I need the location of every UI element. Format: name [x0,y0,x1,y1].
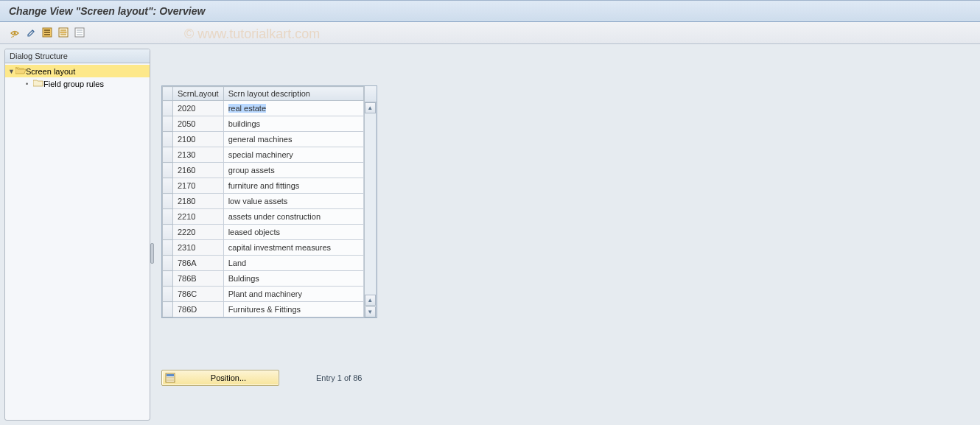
cell-scrnlayout[interactable]: 2050 [173,116,224,132]
cell-scrnlayout[interactable]: 2180 [173,194,224,209]
table-row[interactable]: 2130special machinery [163,147,364,163]
main-area: ScrnLayout Scrn layout description 2020r… [154,44,980,425]
entry-counter: Entry 1 of 86 [316,373,362,382]
table-row[interactable]: 2160group assets [163,163,364,178]
table-row[interactable]: 2180low value assets [163,194,364,209]
content-area: Dialog Structure ▼ Screen layout • [0,44,980,425]
row-selector[interactable] [163,271,173,287]
tree-node-screen-layout[interactable]: ▼ Screen layout [5,65,150,77]
sidebar-header: Dialog Structure [5,49,150,63]
svg-rect-8 [60,34,66,35]
scroll-track[interactable] [365,113,376,295]
svg-point-0 [14,32,16,34]
cell-description[interactable]: buildings [223,116,363,132]
row-selector[interactable] [163,256,173,271]
table-row[interactable]: 2220leased objects [163,225,364,240]
select-all-button[interactable] [40,26,55,41]
row-selector[interactable] [163,132,173,147]
cell-scrnlayout[interactable]: 2220 [173,225,224,240]
table-row[interactable]: 2100general machines [163,132,364,147]
row-selector[interactable] [163,240,173,256]
cell-description[interactable]: Buldings [223,271,363,287]
table-row[interactable]: 2310capital investment measures [163,240,364,256]
cell-description[interactable]: leased objects [223,225,363,240]
title-text: Change View "Screen layout": Overview [9,5,205,17]
scroll-down-button[interactable]: ▼ [365,306,376,317]
scroll-page-up-button[interactable]: ▲ [365,295,376,306]
screen-layout-table: ScrnLayout Scrn layout description 2020r… [161,85,377,318]
cell-scrnlayout[interactable]: 2020 [173,101,224,116]
cell-description[interactable]: general machines [223,132,363,147]
svg-rect-11 [77,32,83,33]
svg-rect-12 [77,34,83,35]
svg-rect-3 [44,32,50,33]
toggle-display-button[interactable] [7,26,22,41]
cell-description[interactable]: Plant and machinery [223,287,363,302]
cell-scrnlayout[interactable]: 2170 [173,178,224,194]
column-header-description[interactable]: Scrn layout description [223,87,363,101]
cell-scrnlayout[interactable]: 2160 [173,163,224,178]
column-header-scrnlayout[interactable]: ScrnLayout [173,87,224,101]
cell-description[interactable]: special machinery [223,147,363,163]
table-footer: Position... Entry 1 of 86 [161,370,976,386]
svg-rect-4 [44,34,50,35]
cell-description[interactable]: assets under construction [223,209,363,225]
dialog-structure-panel: Dialog Structure ▼ Screen layout • [4,49,150,421]
cell-scrnlayout[interactable]: 2310 [173,240,224,256]
table-row[interactable]: 2170furniture and fittings [163,178,364,194]
deselect-all-button[interactable] [72,26,87,41]
edit-button[interactable] [24,26,38,41]
svg-rect-7 [60,32,66,33]
row-selector[interactable] [163,225,173,240]
cell-scrnlayout[interactable]: 786A [173,256,224,271]
row-selector[interactable] [163,116,173,132]
cell-scrnlayout[interactable]: 786C [173,287,224,302]
row-selector[interactable] [163,302,173,317]
cell-description[interactable]: Furnitures & Fittings [223,302,363,317]
row-selector[interactable] [163,147,173,163]
table-row[interactable]: 786DFurnitures & Fittings [163,302,364,317]
cell-description[interactable]: low value assets [223,194,363,209]
row-selector[interactable] [163,101,173,116]
row-selector[interactable] [163,287,173,302]
cell-scrnlayout[interactable]: 2100 [173,132,224,147]
cell-description[interactable]: furniture and fittings [223,178,363,194]
cell-scrnlayout[interactable]: 2130 [173,147,224,163]
folder-open-icon [15,66,26,76]
svg-rect-16 [167,379,174,381]
cell-scrnlayout[interactable]: 786B [173,271,224,287]
cell-scrnlayout[interactable]: 786D [173,302,224,317]
row-selector[interactable] [163,178,173,194]
table-config-button[interactable] [365,86,377,102]
dialog-structure-tree: ▼ Screen layout • Field group rules [5,63,150,91]
svg-rect-2 [44,29,50,31]
table-row[interactable]: 2050buildings [163,116,364,132]
table-row[interactable]: 2210assets under construction [163,209,364,225]
cell-description[interactable]: real estate [223,101,363,116]
select-block-button[interactable] [56,26,71,41]
page-title: Change View "Screen layout": Overview [0,0,980,22]
svg-rect-15 [167,377,174,379]
position-icon [165,373,177,383]
cell-scrnlayout[interactable]: 2210 [173,209,224,225]
table-row[interactable]: 2020real estate [163,101,364,116]
cell-description[interactable]: group assets [223,163,363,178]
tree-node-field-group-rules[interactable]: • Field group rules [5,77,150,90]
cell-description[interactable]: capital investment measures [223,240,363,256]
scroll-up-button[interactable]: ▲ [365,102,376,113]
expand-icon[interactable]: ▼ [8,68,15,75]
row-selector[interactable] [163,209,173,225]
svg-rect-14 [167,374,174,376]
position-label: Position... [184,373,273,382]
position-button[interactable]: Position... [161,370,279,386]
tree-node-label: Screen layout [26,67,75,76]
table-row[interactable]: 786BBuldings [163,271,364,287]
table-row[interactable]: 786CPlant and machinery [163,287,364,302]
row-selector[interactable] [163,194,173,209]
cell-description[interactable]: Land [223,256,363,271]
row-selector[interactable] [163,163,173,178]
svg-rect-10 [77,29,83,31]
table-row[interactable]: 786ALand [163,256,364,271]
tree-node-label: Field group rules [43,80,104,88]
select-all-rows[interactable] [163,87,173,101]
